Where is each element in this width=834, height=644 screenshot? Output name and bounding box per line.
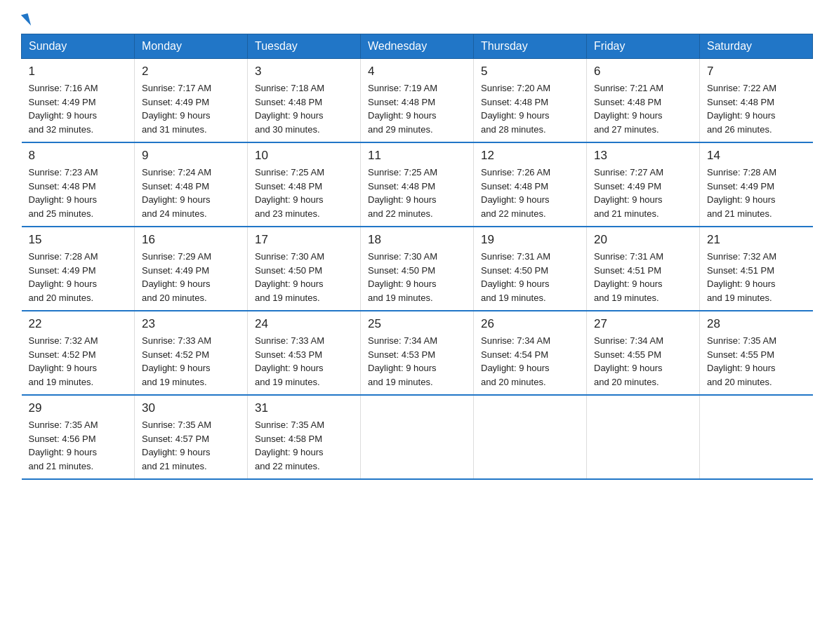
calendar-cell: 24 Sunrise: 7:33 AMSunset: 4:53 PMDaylig… (248, 311, 361, 395)
day-info: Sunrise: 7:35 AMSunset: 4:56 PMDaylight:… (29, 420, 98, 471)
day-number: 8 (29, 149, 128, 163)
calendar-cell: 11 Sunrise: 7:25 AMSunset: 4:48 PMDaylig… (361, 142, 474, 227)
calendar-cell: 3 Sunrise: 7:18 AMSunset: 4:48 PMDayligh… (248, 59, 361, 143)
calendar-cell: 6 Sunrise: 7:21 AMSunset: 4:48 PMDayligh… (587, 59, 700, 143)
day-number: 14 (707, 149, 806, 163)
day-number: 18 (368, 233, 466, 247)
day-number: 31 (255, 401, 353, 415)
calendar-cell (587, 395, 700, 479)
day-info: Sunrise: 7:31 AMSunset: 4:50 PMDaylight:… (481, 251, 550, 303)
day-number: 12 (481, 149, 579, 163)
calendar-cell: 5 Sunrise: 7:20 AMSunset: 4:48 PMDayligh… (474, 59, 587, 143)
column-header-wednesday: Wednesday (361, 34, 474, 59)
day-info: Sunrise: 7:16 AMSunset: 4:49 PMDaylight:… (29, 83, 98, 135)
calendar-cell: 4 Sunrise: 7:19 AMSunset: 4:48 PMDayligh… (361, 59, 474, 143)
calendar-cell: 26 Sunrise: 7:34 AMSunset: 4:54 PMDaylig… (474, 311, 587, 395)
day-info: Sunrise: 7:32 AMSunset: 4:52 PMDaylight:… (29, 335, 98, 387)
day-info: Sunrise: 7:34 AMSunset: 4:54 PMDaylight:… (481, 335, 550, 387)
day-number: 29 (29, 401, 128, 415)
calendar-cell (700, 395, 813, 479)
day-number: 15 (29, 233, 128, 247)
day-info: Sunrise: 7:32 AMSunset: 4:51 PMDaylight:… (707, 251, 776, 303)
day-info: Sunrise: 7:34 AMSunset: 4:55 PMDaylight:… (594, 335, 663, 387)
calendar-cell: 15 Sunrise: 7:28 AMSunset: 4:49 PMDaylig… (22, 227, 135, 311)
day-info: Sunrise: 7:25 AMSunset: 4:48 PMDaylight:… (368, 167, 437, 219)
day-number: 16 (142, 233, 240, 247)
calendar-cell: 23 Sunrise: 7:33 AMSunset: 4:52 PMDaylig… (135, 311, 248, 395)
column-header-tuesday: Tuesday (248, 34, 361, 59)
day-info: Sunrise: 7:22 AMSunset: 4:48 PMDaylight:… (707, 83, 776, 135)
day-info: Sunrise: 7:33 AMSunset: 4:52 PMDaylight:… (142, 335, 211, 387)
day-info: Sunrise: 7:27 AMSunset: 4:49 PMDaylight:… (594, 167, 663, 219)
day-number: 13 (594, 149, 692, 163)
day-number: 26 (481, 317, 579, 331)
calendar-cell: 28 Sunrise: 7:35 AMSunset: 4:55 PMDaylig… (700, 311, 813, 395)
calendar-cell: 25 Sunrise: 7:34 AMSunset: 4:53 PMDaylig… (361, 311, 474, 395)
calendar-header: SundayMondayTuesdayWednesdayThursdayFrid… (22, 34, 813, 59)
calendar-cell: 18 Sunrise: 7:30 AMSunset: 4:50 PMDaylig… (361, 227, 474, 311)
day-info: Sunrise: 7:35 AMSunset: 4:58 PMDaylight:… (255, 420, 324, 471)
calendar-cell: 17 Sunrise: 7:30 AMSunset: 4:50 PMDaylig… (248, 227, 361, 311)
day-info: Sunrise: 7:33 AMSunset: 4:53 PMDaylight:… (255, 335, 324, 387)
column-header-thursday: Thursday (474, 34, 587, 59)
day-info: Sunrise: 7:18 AMSunset: 4:48 PMDaylight:… (255, 83, 324, 135)
day-number: 2 (142, 65, 240, 79)
day-info: Sunrise: 7:30 AMSunset: 4:50 PMDaylight:… (368, 251, 437, 303)
page-header (21, 14, 813, 27)
day-number: 23 (142, 317, 240, 331)
day-info: Sunrise: 7:26 AMSunset: 4:48 PMDaylight:… (481, 167, 550, 219)
calendar-cell: 27 Sunrise: 7:34 AMSunset: 4:55 PMDaylig… (587, 311, 700, 395)
day-info: Sunrise: 7:21 AMSunset: 4:48 PMDaylight:… (594, 83, 663, 135)
calendar-cell: 21 Sunrise: 7:32 AMSunset: 4:51 PMDaylig… (700, 227, 813, 311)
day-number: 25 (368, 317, 466, 331)
calendar-cell: 19 Sunrise: 7:31 AMSunset: 4:50 PMDaylig… (474, 227, 587, 311)
calendar-cell: 14 Sunrise: 7:28 AMSunset: 4:49 PMDaylig… (700, 142, 813, 227)
day-info: Sunrise: 7:19 AMSunset: 4:48 PMDaylight:… (368, 83, 437, 135)
calendar-table: SundayMondayTuesdayWednesdayThursdayFrid… (21, 34, 813, 480)
column-header-sunday: Sunday (22, 34, 135, 59)
calendar-cell: 29 Sunrise: 7:35 AMSunset: 4:56 PMDaylig… (22, 395, 135, 479)
day-info: Sunrise: 7:35 AMSunset: 4:55 PMDaylight:… (707, 335, 776, 387)
calendar-week-4: 22 Sunrise: 7:32 AMSunset: 4:52 PMDaylig… (22, 311, 813, 395)
logo-triangle-icon (21, 13, 31, 27)
calendar-cell: 7 Sunrise: 7:22 AMSunset: 4:48 PMDayligh… (700, 59, 813, 143)
day-info: Sunrise: 7:29 AMSunset: 4:49 PMDaylight:… (142, 251, 211, 303)
day-number: 20 (594, 233, 692, 247)
day-number: 7 (707, 65, 806, 79)
day-number: 11 (368, 149, 466, 163)
day-number: 3 (255, 65, 353, 79)
calendar-cell: 10 Sunrise: 7:25 AMSunset: 4:48 PMDaylig… (248, 142, 361, 227)
calendar-cell: 9 Sunrise: 7:24 AMSunset: 4:48 PMDayligh… (135, 142, 248, 227)
day-number: 21 (707, 233, 806, 247)
day-info: Sunrise: 7:31 AMSunset: 4:51 PMDaylight:… (594, 251, 663, 303)
day-number: 19 (481, 233, 579, 247)
day-number: 1 (29, 65, 128, 79)
day-number: 30 (142, 401, 240, 415)
day-info: Sunrise: 7:28 AMSunset: 4:49 PMDaylight:… (707, 167, 776, 219)
column-header-saturday: Saturday (700, 34, 813, 59)
day-info: Sunrise: 7:28 AMSunset: 4:49 PMDaylight:… (29, 251, 98, 303)
day-info: Sunrise: 7:24 AMSunset: 4:48 PMDaylight:… (142, 167, 211, 219)
calendar-week-5: 29 Sunrise: 7:35 AMSunset: 4:56 PMDaylig… (22, 395, 813, 479)
day-number: 4 (368, 65, 466, 79)
calendar-cell: 30 Sunrise: 7:35 AMSunset: 4:57 PMDaylig… (135, 395, 248, 479)
day-number: 17 (255, 233, 353, 247)
calendar-cell: 1 Sunrise: 7:16 AMSunset: 4:49 PMDayligh… (22, 59, 135, 143)
day-number: 27 (594, 317, 692, 331)
day-info: Sunrise: 7:34 AMSunset: 4:53 PMDaylight:… (368, 335, 437, 387)
day-number: 5 (481, 65, 579, 79)
calendar-cell: 13 Sunrise: 7:27 AMSunset: 4:49 PMDaylig… (587, 142, 700, 227)
column-header-friday: Friday (587, 34, 700, 59)
day-number: 9 (142, 149, 240, 163)
calendar-cell: 22 Sunrise: 7:32 AMSunset: 4:52 PMDaylig… (22, 311, 135, 395)
calendar-body: 1 Sunrise: 7:16 AMSunset: 4:49 PMDayligh… (22, 59, 813, 480)
column-header-monday: Monday (135, 34, 248, 59)
calendar-week-3: 15 Sunrise: 7:28 AMSunset: 4:49 PMDaylig… (22, 227, 813, 311)
calendar-cell (361, 395, 474, 479)
calendar-cell: 20 Sunrise: 7:31 AMSunset: 4:51 PMDaylig… (587, 227, 700, 311)
calendar-week-2: 8 Sunrise: 7:23 AMSunset: 4:48 PMDayligh… (22, 142, 813, 227)
day-info: Sunrise: 7:25 AMSunset: 4:48 PMDaylight:… (255, 167, 324, 219)
day-info: Sunrise: 7:17 AMSunset: 4:49 PMDaylight:… (142, 83, 211, 135)
day-number: 24 (255, 317, 353, 331)
day-info: Sunrise: 7:20 AMSunset: 4:48 PMDaylight:… (481, 83, 550, 135)
